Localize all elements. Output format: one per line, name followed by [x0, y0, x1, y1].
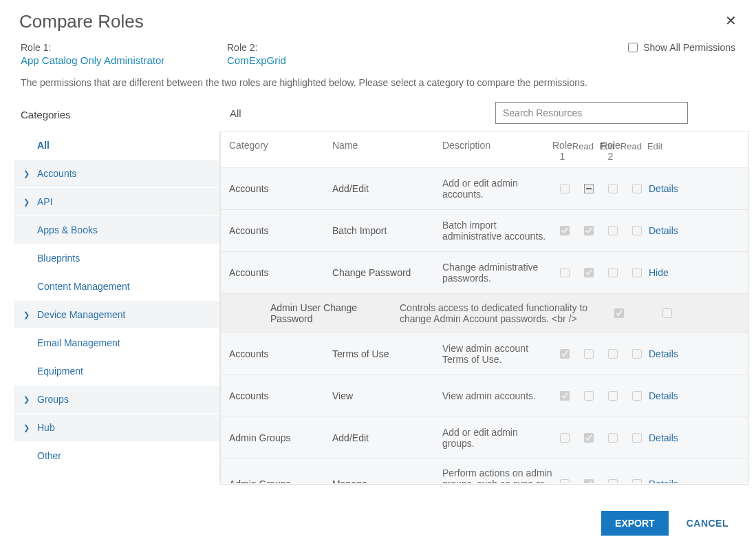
show-all-permissions[interactable]: Show All Permissions — [628, 42, 735, 53]
sidebar-item-label: Device Management — [37, 309, 125, 320]
table-row: Admin User Change PasswordControls acces… — [221, 294, 748, 333]
checkbox[interactable] — [560, 433, 570, 443]
checkbox[interactable] — [632, 391, 642, 401]
details-link[interactable]: Details — [649, 348, 678, 359]
checkbox[interactable] — [584, 349, 594, 359]
sidebar-item[interactable]: ❯Equipment — [14, 357, 219, 386]
sidebar-item[interactable]: ❯Groups — [14, 386, 219, 414]
sidebar-item-label: Groups — [37, 394, 69, 405]
content-scroll[interactable]: Role 1: App Catalog Only Administrator R… — [7, 36, 749, 505]
sidebar-item[interactable]: ❯Accounts — [14, 160, 219, 188]
details-link[interactable]: Hide — [649, 267, 669, 278]
checkbox[interactable] — [608, 433, 618, 443]
checkbox[interactable] — [584, 479, 594, 483]
col-description: Description — [442, 140, 552, 162]
checkbox[interactable] — [608, 349, 618, 359]
cell-category: Accounts — [229, 383, 332, 408]
checkbox[interactable] — [560, 226, 570, 235]
role2-label: Role 2: — [227, 42, 433, 53]
cell-category: Accounts — [229, 218, 332, 243]
show-all-checkbox[interactable] — [628, 43, 638, 52]
cell-name: Add/Edit — [332, 176, 442, 201]
cell-category: Accounts — [229, 176, 332, 201]
sidebar-item[interactable]: ❯Content Management — [14, 273, 219, 301]
checkbox[interactable] — [560, 479, 570, 483]
details-link[interactable]: Details — [649, 390, 678, 401]
cell-name: Terms of Use — [332, 341, 442, 366]
sidebar-item-label: Content Management — [37, 281, 130, 292]
sidebar-item-label: Equipment — [37, 366, 83, 377]
details-link[interactable]: Details — [649, 478, 678, 483]
sidebar-item-label: Hub — [37, 422, 55, 433]
table-row: AccountsBatch ImportBatch import adminis… — [221, 210, 748, 252]
checkbox[interactable] — [560, 184, 570, 193]
role2-name[interactable]: ComExpGrid — [227, 54, 433, 66]
table-row: AccountsAdd/EditAdd or edit admin accoun… — [221, 168, 748, 210]
checkbox[interactable] — [632, 268, 642, 277]
details-link[interactable]: Details — [649, 183, 678, 194]
checkbox[interactable] — [584, 391, 594, 401]
col-name: Name — [332, 140, 442, 162]
role1-label: Role 1: — [21, 42, 227, 53]
sidebar-item[interactable]: ❯Apps & Books — [14, 216, 219, 244]
checkbox[interactable] — [632, 479, 642, 483]
sidebar-item[interactable]: ❯Other — [14, 442, 219, 470]
checkbox[interactable] — [608, 226, 618, 235]
sidebar-item-label: API — [37, 196, 53, 207]
table-header: Category Name Description Role 1 ReadEdi… — [221, 131, 748, 168]
table-row: AccountsTerms of UseView admin account T… — [221, 333, 748, 375]
cancel-button[interactable]: CANCEL — [687, 518, 728, 529]
checkbox[interactable] — [560, 268, 570, 277]
details-link[interactable]: Details — [649, 432, 678, 443]
cell-desc: Add or edit admin groups. — [442, 427, 552, 449]
checkbox[interactable] — [584, 268, 594, 277]
checkbox[interactable] — [608, 391, 618, 401]
search-input[interactable] — [495, 102, 688, 124]
details-link[interactable]: Details — [649, 225, 678, 236]
cell-category: Admin Groups — [229, 425, 332, 450]
cell-desc: Add or edit admin accounts. — [442, 178, 552, 200]
sidebar-item[interactable]: ❯All — [14, 131, 219, 160]
checkbox[interactable] — [614, 308, 624, 318]
intro-text: The permissions that are different betwe… — [7, 69, 749, 102]
table-row: Admin GroupsAdd/EditAdd or edit admin gr… — [221, 417, 748, 459]
cell-desc: Batch import administrative accounts. — [442, 220, 552, 242]
subrow-desc: Controls access to dedicated functionali… — [400, 302, 595, 324]
checkbox[interactable] — [560, 391, 570, 401]
checkbox[interactable] — [560, 349, 570, 359]
cell-name: Manage — [332, 472, 442, 483]
checkbox[interactable] — [608, 184, 618, 193]
col-role2: Role 2 — [601, 140, 620, 162]
checkbox[interactable] — [632, 433, 642, 443]
sidebar-item[interactable]: ❯API — [14, 188, 219, 216]
checkbox[interactable] — [608, 268, 618, 277]
checkbox[interactable] — [632, 226, 642, 235]
sidebar-item[interactable]: ❯Hub — [14, 414, 219, 442]
chevron-right-icon: ❯ — [23, 169, 34, 178]
checkbox[interactable] — [584, 433, 594, 443]
categories-scroll[interactable]: ❯All❯Accounts❯API❯Apps & Books❯Blueprint… — [14, 131, 220, 481]
cell-desc: Perform actions on admin groups, such as… — [442, 467, 552, 483]
sidebar-item-label: Accounts — [37, 168, 77, 179]
sidebar-item[interactable]: ❯Blueprints — [14, 244, 219, 273]
chevron-right-icon: ❯ — [23, 310, 34, 319]
sidebar-item-label: Apps & Books — [37, 224, 98, 235]
checkbox[interactable] — [584, 226, 594, 235]
cell-desc: View admin accounts. — [442, 390, 552, 401]
role1-name[interactable]: App Catalog Only Administrator — [21, 54, 227, 66]
checkbox[interactable] — [662, 308, 672, 318]
checkbox[interactable] — [608, 479, 618, 483]
checkbox[interactable] — [632, 184, 642, 193]
sidebar-item[interactable]: ❯Email Management — [14, 329, 219, 357]
chevron-right-icon: ❯ — [23, 395, 34, 404]
sidebar-item[interactable]: ❯Device Management — [14, 301, 219, 329]
sidebar-item-label: Email Management — [37, 337, 120, 348]
subrow-name: Admin User Change Password — [270, 302, 400, 324]
checkbox-indeterminate[interactable] — [584, 184, 594, 193]
sidebar-item-label: Blueprints — [37, 253, 80, 264]
checkbox[interactable] — [632, 349, 642, 359]
close-icon[interactable]: ✕ — [725, 12, 737, 29]
cell-name: View — [332, 383, 442, 408]
export-button[interactable]: EXPORT — [601, 511, 669, 536]
table-body[interactable]: AccountsAdd/EditAdd or edit admin accoun… — [221, 168, 748, 483]
